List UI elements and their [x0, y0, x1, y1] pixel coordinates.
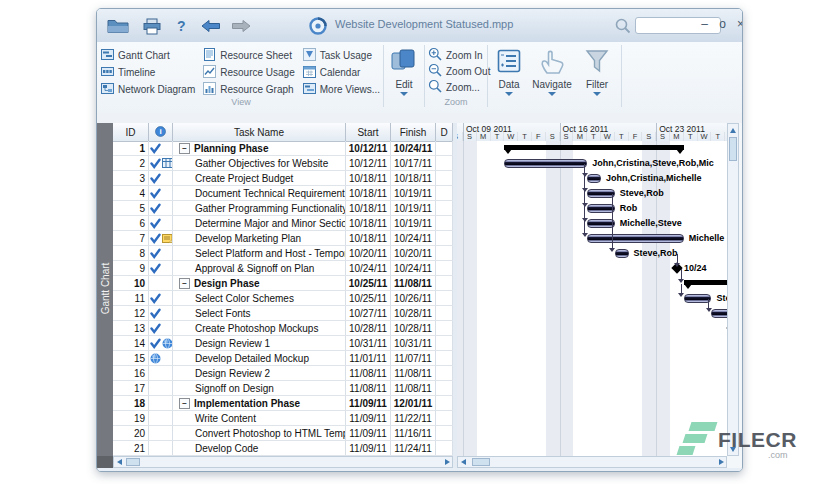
- table-row[interactable]: 10−Design Phase10/25/1111/08/11: [113, 276, 453, 291]
- task-name[interactable]: Design Review 1: [173, 336, 346, 350]
- table-row[interactable]: 4Document Technical Requirements10/18/11…: [113, 186, 453, 201]
- gantt-bar-label: Michelle: [689, 233, 725, 243]
- print-icon[interactable]: [143, 17, 161, 35]
- task-name[interactable]: Approval & Signoff on Plan: [173, 261, 346, 275]
- help-icon[interactable]: ?: [177, 17, 186, 35]
- task-name[interactable]: Select Color Schemes: [173, 291, 346, 305]
- navigate-button[interactable]: Navigate: [529, 46, 575, 106]
- task-name[interactable]: Gather Programming Functionality: [173, 201, 346, 215]
- task-name[interactable]: Design Review 2: [173, 366, 346, 380]
- task-name[interactable]: Develop Code: [173, 441, 346, 455]
- ribbon-item-resource-sheet[interactable]: Resource Sheet: [203, 48, 294, 63]
- task-name[interactable]: Select Fonts: [173, 306, 346, 320]
- ribbon-item-zoom-out[interactable]: Zoom Out: [428, 64, 490, 79]
- gantt-bar-label: Steve,Rob: [634, 248, 678, 258]
- gantt-hscroll-thumb[interactable]: [472, 458, 490, 466]
- edit-button[interactable]: Edit: [386, 46, 422, 106]
- task-name[interactable]: Gather Objectives for Website: [173, 156, 346, 170]
- table-hscroll-right-arrow[interactable]: [442, 457, 452, 467]
- table-row[interactable]: 19Write Content11/09/1111/22/11: [113, 411, 453, 426]
- ribbon-item-zoom[interactable]: Zoom...: [428, 80, 490, 95]
- ribbon-item-timeline[interactable]: Timeline: [101, 65, 195, 80]
- table-row[interactable]: 1−Planning Phase10/12/1110/24/11: [113, 141, 453, 156]
- gantt-vscrollbar[interactable]: [727, 123, 739, 456]
- ribbon-item-zoom-in[interactable]: Zoom In: [428, 48, 490, 63]
- search-icon[interactable]: [615, 17, 631, 35]
- task-name[interactable]: Select Platform and Host - Tempor...: [173, 246, 346, 260]
- gantt-vscroll-thumb[interactable]: [729, 137, 737, 161]
- week-separator: [656, 123, 657, 141]
- data-button[interactable]: Data: [491, 46, 527, 106]
- task-name[interactable]: Develop Marketing Plan: [173, 231, 346, 245]
- gantt-bar-task[interactable]: [587, 204, 615, 213]
- table-row[interactable]: 21Develop Code11/09/1111/24/11: [113, 441, 453, 456]
- table-hscroll-left-arrow[interactable]: [114, 457, 124, 467]
- table-row[interactable]: 15Develop Detailed Mockup11/01/1111/07/1…: [113, 351, 453, 366]
- table-row[interactable]: 6Determine Major and Minor Sections10/18…: [113, 216, 453, 231]
- ribbon-item-gantt-chart[interactable]: Gantt Chart: [101, 48, 195, 63]
- close-button[interactable]: ×: [733, 16, 743, 33]
- gantt-bar-task[interactable]: [587, 219, 615, 228]
- table-hscrollbar[interactable]: [113, 456, 453, 468]
- column-header-indicators[interactable]: i: [149, 123, 173, 141]
- minimize-button[interactable]: –: [697, 16, 712, 33]
- gantt-bar-task[interactable]: [615, 249, 629, 258]
- ribbon-item-task-usage[interactable]: Task Usage: [303, 48, 380, 63]
- ribbon-item-resource-graph[interactable]: Resource Graph: [203, 82, 294, 97]
- task-name[interactable]: −Design Phase: [173, 276, 346, 290]
- table-row[interactable]: 8Select Platform and Host - Tempor...10/…: [113, 246, 453, 261]
- ribbon-item-resource-usage[interactable]: Resource Usage: [203, 65, 294, 80]
- task-name[interactable]: Determine Major and Minor Sections: [173, 216, 346, 230]
- gantt-vscroll-up-arrow[interactable]: [728, 125, 738, 135]
- restore-button[interactable]: o: [715, 16, 730, 33]
- collapse-toggle[interactable]: −: [179, 143, 190, 154]
- app-window: ? Website Development Statused.mpp – o ×…: [96, 8, 743, 472]
- forward-arrow-icon[interactable]: [231, 17, 251, 35]
- ribbon-item-calendar[interactable]: Calendar: [303, 65, 380, 80]
- task-name[interactable]: Convert Photoshop to HTML Templ...: [173, 426, 346, 440]
- table-row[interactable]: 13Create Photoshop Mockups10/28/1110/28/…: [113, 321, 453, 336]
- gantt-bar-task[interactable]: [504, 159, 587, 168]
- column-header-start[interactable]: Start: [346, 123, 391, 141]
- task-name[interactable]: Write Content: [173, 411, 346, 425]
- column-header-finish[interactable]: Finish: [391, 123, 436, 141]
- task-name[interactable]: Develop Detailed Mockup: [173, 351, 346, 365]
- collapse-toggle[interactable]: −: [179, 398, 190, 409]
- gantt-bar-task[interactable]: [587, 189, 615, 198]
- task-name[interactable]: Signoff on Design: [173, 381, 346, 395]
- task-name[interactable]: Create Project Budget: [173, 171, 346, 185]
- task-finish: 10/28/11: [391, 321, 436, 335]
- column-header-d[interactable]: D: [436, 123, 453, 141]
- table-row[interactable]: 12Select Fonts10/27/1110/28/11: [113, 306, 453, 321]
- table-row[interactable]: 5Gather Programming Functionality10/18/1…: [113, 201, 453, 216]
- column-header-id[interactable]: ID: [113, 123, 149, 141]
- table-row[interactable]: 7Develop Marketing Plan10/18/1110/24/11: [113, 231, 453, 246]
- table-row[interactable]: 17Signoff on Design11/08/1111/08/11: [113, 381, 453, 396]
- collapse-toggle[interactable]: −: [179, 278, 190, 289]
- gantt-bar-task[interactable]: [711, 309, 727, 318]
- gantt-hscroll-left-arrow[interactable]: [458, 457, 468, 467]
- gantt-bar-task[interactable]: [587, 234, 684, 243]
- table-row[interactable]: 16Design Review 211/08/1111/08/11: [113, 366, 453, 381]
- table-hscroll-thumb[interactable]: [126, 458, 140, 466]
- task-name[interactable]: −Implementation Phase: [173, 396, 346, 410]
- table-row[interactable]: 9Approval & Signoff on Plan10/24/1110/24…: [113, 261, 453, 276]
- task-name[interactable]: Document Technical Requirements: [173, 186, 346, 200]
- filter-button[interactable]: Filter: [579, 46, 615, 106]
- back-arrow-icon[interactable]: [201, 17, 221, 35]
- ribbon-item-more-views[interactable]: More Views...: [303, 82, 380, 97]
- open-folder-icon[interactable]: [107, 17, 129, 35]
- gantt-bar-task[interactable]: [587, 174, 601, 183]
- column-header-task-name[interactable]: Task Name: [173, 123, 346, 141]
- task-name[interactable]: −Planning Phase: [173, 141, 346, 155]
- table-row[interactable]: 2Gather Objectives for Website10/12/1110…: [113, 156, 453, 171]
- gantt-bar-summary[interactable]: [504, 145, 683, 150]
- ribbon-item-network-diagram[interactable]: Network Diagram: [101, 82, 195, 97]
- table-row[interactable]: 3Create Project Budget10/18/1110/18/11: [113, 171, 453, 186]
- table-row[interactable]: 20Convert Photoshop to HTML Templ...11/0…: [113, 426, 453, 441]
- table-row[interactable]: 11Select Color Schemes10/25/1110/26/11: [113, 291, 453, 306]
- table-row[interactable]: 18−Implementation Phase11/09/1112/01/11: [113, 396, 453, 411]
- table-row[interactable]: 14Design Review 110/31/1110/31/11: [113, 336, 453, 351]
- task-name[interactable]: Create Photoshop Mockups: [173, 321, 346, 335]
- gantt-bar-task[interactable]: [684, 294, 712, 303]
